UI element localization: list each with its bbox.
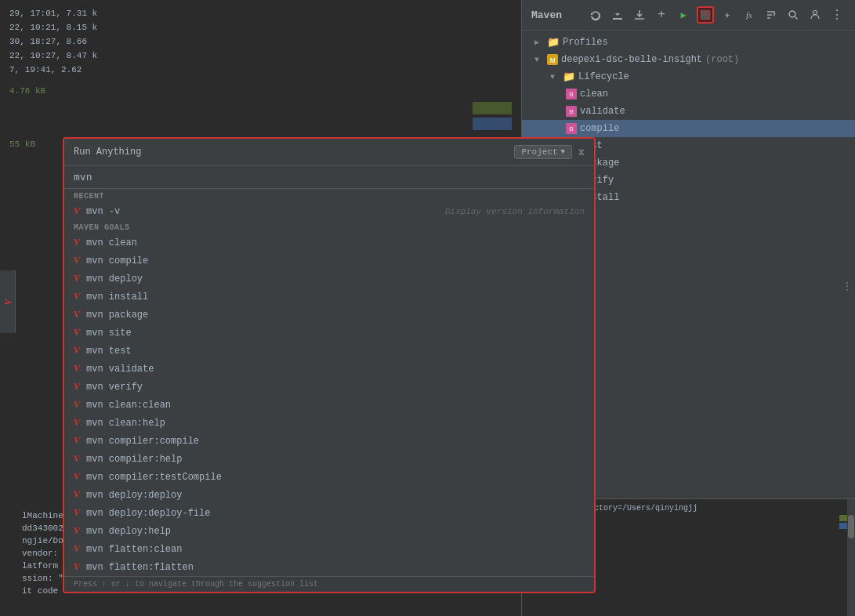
fx-icon: fx (746, 10, 752, 20)
filter-icon[interactable]: ⧖ (578, 147, 585, 157)
phase-label: clean (580, 89, 608, 100)
profiles-label: Profiles (563, 37, 608, 48)
reload-button[interactable] (587, 6, 604, 24)
svg-point-2 (789, 11, 795, 17)
run-anything-search-input[interactable] (74, 171, 585, 183)
list-item[interactable]: V mvn install (64, 288, 594, 306)
suggestion-text: mvn deploy:deploy (86, 490, 182, 501)
phase-label: compile (580, 123, 619, 134)
suggestion-text: mvn flatten:flatten (86, 562, 194, 573)
terminal-line: 30, 18:27, 8.66 (9, 34, 512, 49)
maven-icon: V (74, 327, 80, 339)
offline-icon: ✈ (724, 9, 730, 21)
svg-text:T: T (703, 11, 708, 19)
search-container (64, 166, 594, 189)
list-item[interactable]: V mvn compiler:compile (64, 432, 594, 450)
run-anything-header: Run Anything Project ▼ ⧖ (64, 139, 594, 166)
popup-footer: Press ↑ or ↓ to navigate through the sug… (64, 576, 594, 592)
tree-item-profiles[interactable]: ▶ 📁 Profiles (522, 34, 855, 51)
list-item[interactable]: V mvn compiler:help (64, 450, 594, 468)
suggestion-text: mvn verify (86, 382, 143, 393)
run-icon: ▶ (680, 9, 686, 21)
suggestion-text: mvn deploy:deploy-file (86, 508, 210, 519)
lifecycle-folder-icon: 📁 (563, 71, 575, 83)
terminal-text: 22, 10:21, 8.15 k (9, 20, 97, 34)
list-item[interactable]: V mvn clean (64, 234, 594, 252)
chevron-icon: ▶ (534, 38, 544, 47)
project-suffix-label: (root) (705, 54, 739, 65)
list-item[interactable]: V mvn package (64, 306, 594, 324)
maven-icon: V (74, 273, 80, 284)
list-item[interactable]: V mvn clean:help (64, 414, 594, 432)
more-options-button[interactable]: ⋮ (828, 6, 846, 24)
terminal-output: 29, 17:01, 7.31 k 22, 10:21, 8.15 k 30, … (0, 0, 521, 83)
tree-item-project[interactable]: ▼ M deepexi-dsc-belle-insight (root) (522, 51, 855, 68)
maven-icon: V (74, 309, 80, 321)
terminal-text: 22, 10:27, 8.47 k (9, 49, 97, 63)
maven-icon: V (74, 489, 80, 501)
suggestion-text: mvn compiler:help (86, 454, 182, 465)
lifecycle-label: Lifecycle (578, 71, 629, 82)
tree-item-compile[interactable]: ⊡ compile (522, 120, 855, 137)
suggestion-text: mvn clean:clean (86, 400, 171, 411)
recent-item-mvn-v[interactable]: V mvn -v Display version information (64, 202, 594, 220)
tree-item-validate[interactable]: ⊡ validate (522, 103, 855, 120)
maven-icon: V (74, 205, 80, 217)
chevron-icon: ▼ (550, 73, 560, 82)
svg-text:M: M (549, 56, 556, 64)
list-item[interactable]: V mvn test (64, 342, 594, 360)
folder-icon: 📁 (547, 36, 560, 49)
block-area (9, 102, 512, 133)
skip-tests-button[interactable]: T (697, 6, 714, 24)
list-item[interactable]: V mvn deploy (64, 270, 594, 288)
download-sources-button[interactable] (609, 6, 626, 24)
suggestion-text: mvn -v (86, 206, 120, 217)
maven-icon: V (74, 345, 80, 357)
list-item[interactable]: V mvn compiler:testCompile (64, 468, 594, 486)
list-item[interactable]: V mvn deploy:deploy (64, 486, 594, 504)
maven-toolbar: + ▶ T ✈ fx (587, 6, 846, 24)
console-scrollbar[interactable] (847, 499, 855, 616)
run-anything-filters: Project ▼ ⧖ (514, 145, 585, 159)
tree-item-clean[interactable]: ⊡ clean (522, 85, 855, 103)
tree-more-button[interactable]: ⋮ (839, 278, 855, 294)
phase-label: validate (580, 106, 625, 117)
suggestion-text: mvn clean (86, 237, 137, 248)
maven-icon: V (74, 561, 80, 573)
list-item[interactable]: V mvn clean:clean (64, 396, 594, 414)
suggestion-text: mvn validate (86, 364, 154, 375)
list-item[interactable]: V mvn verify (64, 378, 594, 396)
size-label-1: 4.76 kB (0, 83, 521, 99)
list-item[interactable]: V mvn flatten:clean (64, 540, 594, 558)
suggestion-text: mvn test (86, 346, 132, 357)
list-item[interactable]: V mvn deploy:help (64, 522, 594, 540)
maven-side-tab[interactable]: V (0, 270, 16, 333)
profiles-button[interactable] (806, 6, 824, 24)
collapse-all-button[interactable] (763, 6, 780, 24)
list-item[interactable]: V mvn site (64, 324, 594, 342)
run-maven-button[interactable]: ▶ (675, 6, 692, 24)
phase-icon: ⊡ (566, 106, 577, 117)
download-button[interactable] (631, 6, 648, 24)
tree-item-lifecycle[interactable]: ▼ 📁 Lifecycle (522, 68, 855, 85)
run-anything-popup: Run Anything Project ▼ ⧖ Recent V mvn -v… (63, 137, 596, 593)
svg-point-3 (813, 11, 817, 15)
maven-icon: V (74, 471, 80, 483)
maven-project-icon: M (547, 54, 558, 65)
phase-icon: ⊡ (566, 123, 577, 134)
find-button[interactable] (784, 6, 802, 24)
vertical-dots-icon: ⋮ (842, 281, 852, 292)
toggle-offline-button[interactable]: ✈ (719, 6, 736, 24)
list-item[interactable]: V mvn deploy:deploy-file (64, 504, 594, 522)
footer-text: Press ↑ or ↓ to navigate through the sug… (74, 580, 318, 589)
suggestion-text: mvn compiler:compile (86, 436, 199, 447)
list-item[interactable]: V mvn compile (64, 252, 594, 270)
add-maven-button[interactable]: + (653, 6, 670, 24)
chevron-icon: ▼ (534, 56, 544, 64)
project-filter-button[interactable]: Project ▼ (514, 145, 572, 159)
list-item[interactable]: V mvn flatten:flatten (64, 558, 594, 576)
minimap-indicator (839, 515, 847, 562)
terminal-text: 7, 19:41, 2.62 (9, 63, 82, 77)
list-item[interactable]: V mvn validate (64, 360, 594, 378)
execute-goals-button[interactable]: fx (741, 6, 758, 24)
